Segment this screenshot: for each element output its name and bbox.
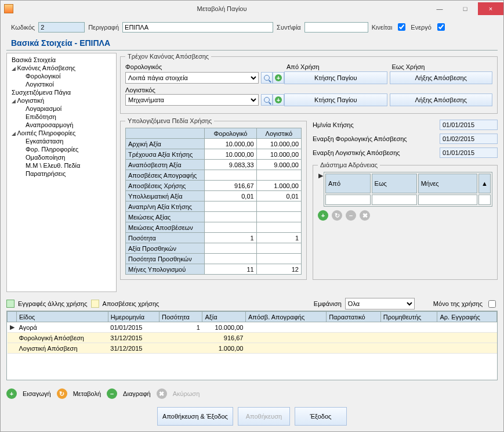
window-title: Μεταβολή Παγίου xyxy=(17,5,427,12)
close-button[interactable]: × xyxy=(478,2,503,15)
calc-cell-tax: 10.000,00 xyxy=(205,149,256,160)
kodikos-input[interactable] xyxy=(38,22,85,33)
calc-cell-tax xyxy=(205,170,256,181)
tree-taxinfo[interactable]: Φορ. Πληροφορίες xyxy=(8,145,115,153)
tree-subsidy[interactable]: Επιδότηση xyxy=(8,113,115,121)
section-title: Βασικά Στοιχεία - ΕΠΙΠΛΑ xyxy=(1,35,503,50)
grid-h-entryno[interactable]: Αρ. Εγγραφής xyxy=(437,312,497,322)
calc-row-label: Αναπόσβεστη Αξία xyxy=(126,160,205,170)
swatch-other-icon xyxy=(6,300,14,308)
mono-label: Μόνο της χρήσης xyxy=(433,300,483,307)
calc-legend: Υπολογιζόμενα Πεδία Χρήσης xyxy=(125,117,214,124)
cancel-label: Ακύρωση xyxy=(173,390,200,397)
grid-h-date[interactable]: Ημερομηνία xyxy=(108,312,159,322)
kineitai-label: Κινείται xyxy=(372,24,393,31)
table-row[interactable]: ▶Αγορά01/01/2015110.000,00 xyxy=(8,322,497,333)
calc-cell-tax: 916,67 xyxy=(205,181,256,191)
calc-cell-acc xyxy=(256,201,301,212)
minimize-button[interactable]: — xyxy=(427,2,452,15)
table-row[interactable]: Φορολογική Απόσβεση31/12/2015916,67 xyxy=(8,333,497,343)
exit-button[interactable]: Έξοδος xyxy=(295,407,347,426)
acc-rule-select[interactable]: Μηχανήματα xyxy=(125,94,259,106)
row-pointer-icon: ▶ xyxy=(318,172,324,207)
date-ktisis-label: Ημ\νία Κτήσης xyxy=(313,121,435,128)
modify-label[interactable]: Μεταβολή xyxy=(73,390,101,397)
calc-cell-tax xyxy=(205,243,256,254)
grid-h-eidos[interactable]: Είδος xyxy=(17,312,108,322)
emfanisi-select[interactable]: Όλα xyxy=(345,298,415,309)
calc-row-label: Τρέχουσα Αξία Κτήσης xyxy=(126,149,205,160)
insert-label[interactable]: Εισαγωγή xyxy=(23,390,51,397)
acc-rule-add-button[interactable]: + xyxy=(273,94,284,106)
plus-icon: + xyxy=(275,96,282,103)
idle-refresh-button[interactable]: ↻ xyxy=(332,210,342,221)
calc-row-label: Υπολλειματική Αξία xyxy=(126,191,205,201)
idle-grid[interactable]: Από Εως Μήνες ▲ xyxy=(324,172,492,207)
legend-other: Εγγραφές άλλης χρήσης xyxy=(18,300,88,307)
calc-cell-acc xyxy=(256,243,301,254)
tree-related[interactable]: Συσχετιζόμενα Πάγια xyxy=(8,88,115,96)
grid-h-doc[interactable]: Παραστατικό xyxy=(327,312,381,322)
perigrafi-input[interactable] xyxy=(122,22,273,33)
tree-basic[interactable]: Βασικά Στοιχεία xyxy=(8,56,115,64)
app-window: Μεταβολή Παγίου — □ × Κωδικός Περιγραφή … xyxy=(0,0,504,432)
calc-cell-acc: 10.000,00 xyxy=(256,139,301,149)
tax-from-button[interactable]: Κτήσης Παγίου xyxy=(284,71,387,84)
insert-icon[interactable]: + xyxy=(6,388,17,399)
date-accstart-label: Εναρξη Λογιστικής Απόσβεσης xyxy=(313,149,435,156)
tree-rules-tax[interactable]: Φορολογικοί xyxy=(8,72,115,80)
calc-cell-tax: 9.083,33 xyxy=(205,160,256,170)
table-row[interactable]: Λογιστική Απόσβεση31/12/20151.000,00 xyxy=(8,343,497,354)
row-actions: +Εισαγωγή ↻Μεταβολή –Διαγραφή ✖Ακύρωση xyxy=(1,384,503,404)
save-exit-button[interactable]: Αποθήκευση & Έξοδος xyxy=(157,407,233,426)
idle-col-months: Μήνες xyxy=(418,174,477,193)
acc-rule-search-button[interactable] xyxy=(261,94,273,106)
tax-rule-select[interactable]: Λοιπά πάγια στοιχεία xyxy=(125,72,259,84)
idle-delete-button[interactable]: ✖ xyxy=(360,210,370,221)
rules-eos-label: Εως Χρήση xyxy=(390,63,493,70)
acc-from-button[interactable]: Κτήσης Παγίου xyxy=(284,93,387,106)
grid-h-value[interactable]: Αξία xyxy=(202,312,246,322)
tree-accounting[interactable]: Λογιστική xyxy=(8,96,115,105)
calc-table: Φορολογικό Λογιστικό Αρχική Αξία10.000,0… xyxy=(125,128,302,275)
maximize-button[interactable]: □ xyxy=(452,2,478,15)
delete-label[interactable]: Διαγραφή xyxy=(123,390,151,397)
date-ktisis-input[interactable] xyxy=(440,120,498,130)
tree-readjust[interactable]: Αναπροσαρμογή xyxy=(8,121,115,129)
tree-install[interactable]: Εγκατάσταση xyxy=(8,137,115,145)
tax-rule-search-button[interactable] xyxy=(261,72,273,84)
modify-icon[interactable]: ↻ xyxy=(57,388,67,399)
delete-icon[interactable]: – xyxy=(107,388,117,399)
calc-cell-acc: 0,01 xyxy=(256,191,301,201)
tree-rules[interactable]: Κανόνες Απόσβεσης xyxy=(8,64,115,72)
grid-h-qty[interactable]: Ποσότητα xyxy=(159,312,202,322)
energo-checkbox[interactable] xyxy=(437,23,445,31)
tree-mm[interactable]: Μ.Μ \ Ελευθ. Πεδία xyxy=(8,161,115,170)
calc-cell-tax: 0,01 xyxy=(205,191,256,201)
syntfia-input[interactable] xyxy=(304,22,368,33)
syntfia-label: Συντ\φία xyxy=(277,24,301,31)
idle-scrollbar[interactable]: ▲ xyxy=(478,174,491,193)
tree-group[interactable]: Ομαδοποίηση xyxy=(8,153,115,161)
nav-tree[interactable]: Βασικά Στοιχεία Κανόνες Απόσβεσης Φορολο… xyxy=(6,53,117,292)
date-accstart-input[interactable] xyxy=(440,147,498,158)
tree-accounts[interactable]: Λογαριασμοί xyxy=(8,105,115,113)
idle-col-from: Από xyxy=(325,174,371,193)
tax-to-button[interactable]: Λήξης Απόσβεσης xyxy=(390,71,493,84)
idle-add-button[interactable]: + xyxy=(318,210,328,221)
grid-h-supplier[interactable]: Προμηθευτής xyxy=(380,312,437,322)
kineitai-checkbox[interactable] xyxy=(398,23,405,31)
calc-cell-acc xyxy=(256,254,301,264)
rules-legend: Τρέχον Κανόνας Απόσβεσης xyxy=(125,53,211,60)
date-taxstart-input[interactable] xyxy=(440,134,498,144)
tree-notes[interactable]: Παρατηρήσεις xyxy=(8,170,115,178)
tree-rules-acc[interactable]: Λογιστικοί xyxy=(8,80,115,88)
emfanisi-label: Εμφάνιση xyxy=(314,300,342,307)
entries-grid[interactable]: Είδος Ημερομηνία Ποσότητα Αξία Απόσβ. Απ… xyxy=(6,311,498,380)
acc-to-button[interactable]: Λήξης Απόσβεσης xyxy=(390,93,493,106)
grid-h-aposv[interactable]: Απόσβ. Απογραφής xyxy=(245,312,326,322)
idle-remove-button[interactable]: – xyxy=(346,210,356,221)
mono-checkbox[interactable] xyxy=(488,300,496,308)
tax-rule-add-button[interactable]: + xyxy=(273,72,284,84)
tree-other[interactable]: Λοιπές Πληροφορίες xyxy=(8,129,115,137)
